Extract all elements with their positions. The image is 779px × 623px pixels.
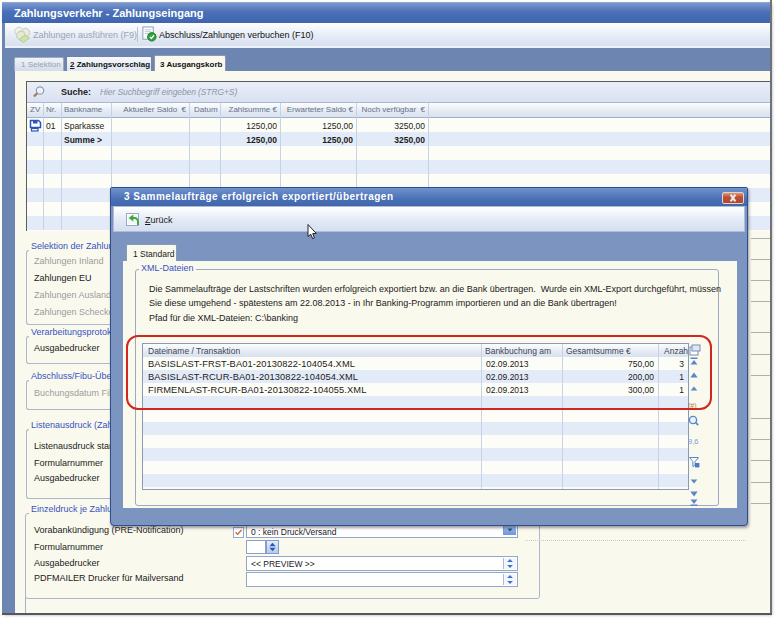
svg-text:9,6: 9,6 [688,437,698,446]
